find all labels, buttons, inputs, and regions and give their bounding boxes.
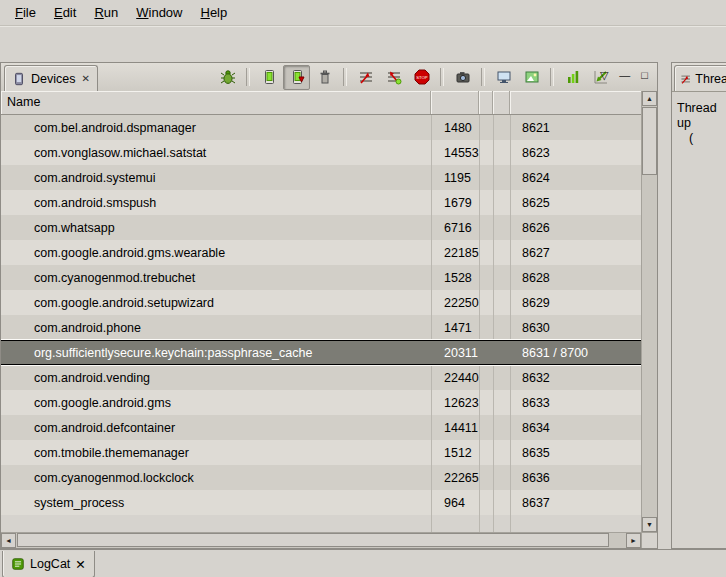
column-header-port[interactable]: [510, 91, 641, 114]
process-pid: 14553: [431, 146, 479, 160]
process-row[interactable]: com.bel.android.dspmanager 1480 8621: [1, 115, 641, 140]
update-threads-button[interactable]: [352, 65, 379, 90]
process-port: 8634: [510, 421, 641, 435]
process-row[interactable]: com.vonglasow.michael.satstat 14553 8623: [1, 140, 641, 165]
cause-gc-button[interactable]: [311, 65, 338, 90]
process-pid: 22440: [431, 371, 479, 385]
menu-run[interactable]: Run: [85, 2, 127, 23]
threads-panel: Threa Thread up (: [671, 62, 726, 549]
process-pid: 1471: [431, 321, 479, 335]
toolbar-separator: [440, 68, 444, 86]
maximize-icon[interactable]: □: [641, 68, 648, 82]
process-name: com.google.android.gms: [1, 396, 431, 410]
process-table: Name com.bel.android.dspmanager 1480 862…: [1, 91, 657, 548]
scroll-right-icon[interactable]: ►: [626, 533, 641, 548]
process-row[interactable]: com.android.defcontainer 14411 8634: [1, 415, 641, 440]
view-menu-icon[interactable]: ▽: [600, 68, 608, 82]
devices-window-controls: ▽ — □: [600, 68, 648, 82]
process-name: com.vonglasow.michael.satstat: [1, 146, 431, 160]
tab-devices-label: Devices: [31, 72, 75, 86]
process-port: 8635: [510, 446, 641, 460]
process-port: 8626: [510, 221, 641, 235]
menu-help[interactable]: Help: [191, 2, 236, 23]
process-pid: 22250: [431, 296, 479, 310]
tab-devices[interactable]: Devices ✕: [4, 65, 98, 91]
scroll-up-icon[interactable]: ▲: [642, 91, 657, 106]
column-header-spacer1[interactable]: [479, 91, 493, 114]
vertical-scrollbar[interactable]: ▲ ▼: [641, 91, 657, 532]
capture-image-button[interactable]: [518, 65, 545, 90]
process-port: 8625: [510, 196, 641, 210]
process-pid: 22185: [431, 246, 479, 260]
horizontal-scrollbar-thumb[interactable]: [17, 533, 609, 547]
menu-edit[interactable]: Edit: [45, 2, 85, 23]
horizontal-scrollbar[interactable]: ◄ ►: [1, 532, 641, 548]
toolbar-separator: [481, 68, 485, 86]
phone-heap-icon: [261, 69, 277, 85]
column-header-pid[interactable]: [431, 91, 479, 114]
heap-updates-button[interactable]: [559, 65, 586, 90]
update-heap-button[interactable]: [255, 65, 282, 90]
process-port: 8631 / 8700: [510, 346, 641, 360]
main-area: Devices ✕: [0, 62, 726, 549]
process-pid: 14411: [431, 421, 479, 435]
minimize-icon[interactable]: —: [619, 68, 630, 82]
tab-logcat[interactable]: LogCat ✕: [2, 551, 95, 577]
vertical-scrollbar-thumb[interactable]: [642, 107, 657, 175]
process-row[interactable]: com.android.smspush 1679 8625: [1, 190, 641, 215]
process-row[interactable]: com.cyanogenmod.trebuchet 1528 8628: [1, 265, 641, 290]
process-pid: 12623: [431, 396, 479, 410]
process-name: org.sufficientlysecure.keychain:passphra…: [1, 346, 431, 360]
process-name: com.android.phone: [1, 321, 431, 335]
view-hierarchy-button[interactable]: [490, 65, 517, 90]
process-row[interactable]: org.sufficientlysecure.keychain:passphra…: [1, 340, 641, 365]
close-icon[interactable]: ✕: [81, 73, 89, 84]
menu-file[interactable]: File: [6, 2, 45, 23]
column-header-name[interactable]: Name: [1, 91, 431, 114]
process-pid: 1195: [431, 171, 479, 185]
process-name: com.whatsapp: [1, 221, 431, 235]
process-row[interactable]: com.google.android.gms 12623 8633: [1, 390, 641, 415]
devices-panel: Devices ✕: [0, 62, 658, 549]
process-row[interactable]: com.android.systemui 1195 8624: [1, 165, 641, 190]
method-profiling-button[interactable]: [380, 65, 407, 90]
tab-threads[interactable]: Threa: [674, 65, 726, 91]
process-row[interactable]: com.tmobile.thememanager 1512 8635: [1, 440, 641, 465]
process-pid: 22265: [431, 471, 479, 485]
process-port: 8632: [510, 371, 641, 385]
logcat-icon: [11, 557, 25, 571]
scrollbar-corner: [641, 532, 657, 548]
scroll-down-icon[interactable]: ▼: [642, 517, 657, 532]
dump-hprof-button[interactable]: [283, 65, 310, 90]
debug-process-button[interactable]: [214, 65, 241, 90]
process-row[interactable]: com.android.vending 22440 8632: [1, 365, 641, 390]
process-row[interactable]: system_process 964 8637: [1, 490, 641, 515]
menu-window[interactable]: Window: [127, 2, 191, 23]
process-row[interactable]: com.google.android.setupwizard 22250 862…: [1, 290, 641, 315]
process-row[interactable]: com.whatsapp 6716 8626: [1, 215, 641, 240]
column-header-spacer2[interactable]: [493, 91, 510, 114]
scroll-left-icon[interactable]: ◄: [1, 533, 16, 548]
process-name: com.android.smspush: [1, 196, 431, 210]
bug-icon: [220, 69, 236, 85]
process-name: com.google.android.gms.wearable: [1, 246, 431, 260]
process-port: 8637: [510, 496, 641, 510]
panel-sash[interactable]: [658, 62, 671, 549]
process-table-header: Name: [1, 91, 641, 115]
process-name: com.android.vending: [1, 371, 431, 385]
threads-message-line1: Thread up: [677, 101, 723, 131]
process-row[interactable]: com.cyanogenmod.lockclock 22265 8636: [1, 465, 641, 490]
stop-process-button[interactable]: STOP: [408, 65, 435, 90]
process-row[interactable]: com.android.phone 1471 8630: [1, 315, 641, 340]
process-port: 8633: [510, 396, 641, 410]
threads-icon: [358, 69, 374, 85]
logcat-bar: LogCat ✕: [0, 549, 726, 577]
tab-logcat-label: LogCat: [30, 557, 70, 571]
screen-capture-button[interactable]: [449, 65, 476, 90]
process-port: 8624: [510, 171, 641, 185]
process-pid: 964: [431, 496, 479, 510]
process-row[interactable]: com.google.android.gms.wearable 22185 86…: [1, 240, 641, 265]
toolbar-separator: [550, 68, 554, 86]
close-icon[interactable]: ✕: [75, 557, 85, 572]
process-name: com.google.android.setupwizard: [1, 296, 431, 310]
